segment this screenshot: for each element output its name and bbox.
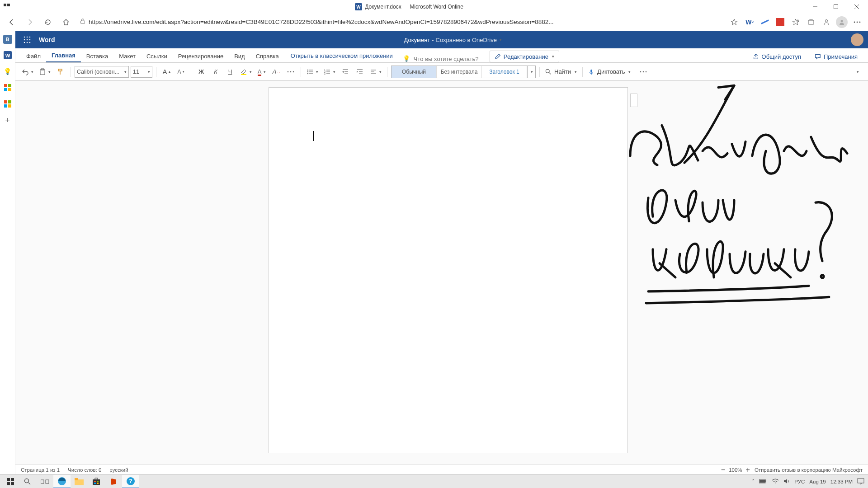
open-in-desktop-button[interactable]: Открыть в классическом приложении: [284, 49, 399, 62]
collections-button[interactable]: [804, 15, 818, 29]
share-button[interactable]: Общий доступ: [748, 51, 806, 62]
window-maximize-button[interactable]: [826, 0, 846, 13]
document-canvas[interactable]: [15, 81, 868, 465]
svg-point-13: [841, 20, 843, 22]
tab-references[interactable]: Ссылки: [141, 50, 173, 62]
underline-button[interactable]: Ч: [224, 66, 236, 78]
profile-button[interactable]: [835, 15, 849, 29]
increase-font-button[interactable]: A▴: [160, 66, 173, 78]
more-font-button[interactable]: [284, 66, 297, 78]
extension-person-icon[interactable]: [819, 15, 834, 29]
back-button[interactable]: [4, 15, 20, 29]
font-size-select[interactable]: 11▾: [131, 66, 152, 78]
tray-notifications-button[interactable]: [857, 478, 864, 485]
save-state[interactable]: Сохранено в OneDrive: [436, 37, 497, 43]
font-name-select[interactable]: Calibri (основн...▾: [75, 66, 129, 78]
task-view-button[interactable]: [36, 475, 53, 488]
tell-me-input[interactable]: [414, 56, 481, 62]
favorite-button[interactable]: [727, 15, 741, 29]
find-button[interactable]: Найти▾: [543, 66, 579, 78]
undo-button[interactable]: ▾: [20, 66, 35, 78]
more-button[interactable]: [850, 15, 864, 29]
align-button[interactable]: ▾: [368, 66, 383, 78]
ext-red-icon[interactable]: [773, 15, 788, 29]
numbering-button[interactable]: 123▾: [322, 66, 337, 78]
window-minimize-button[interactable]: [805, 0, 826, 13]
style-heading1[interactable]: Заголовок 1: [482, 66, 527, 78]
taskbar-office-icon[interactable]: [105, 475, 122, 488]
bullets-button[interactable]: ▾: [305, 66, 320, 78]
save-state-caret-icon[interactable]: ▾: [500, 38, 502, 42]
tray-wifi-icon[interactable]: [772, 479, 779, 485]
tab-insert[interactable]: Вставка: [81, 50, 113, 62]
svg-rect-80: [93, 479, 100, 485]
ext-w2-icon[interactable]: W2: [742, 15, 757, 29]
zoom-in-button[interactable]: +: [746, 466, 750, 474]
style-normal[interactable]: Обычный: [392, 66, 437, 78]
start-button[interactable]: [2, 475, 19, 488]
taskbar-search-button[interactable]: [19, 475, 36, 488]
status-lang[interactable]: русский: [109, 467, 128, 473]
svg-rect-5: [834, 5, 838, 9]
font-color-button[interactable]: A▾: [255, 66, 268, 78]
ext-pen-icon[interactable]: [758, 15, 772, 29]
user-avatar[interactable]: [851, 33, 863, 46]
tab-review[interactable]: Рецензирование: [173, 50, 229, 62]
bold-button[interactable]: Ж: [195, 66, 208, 78]
taskbar-explorer-icon[interactable]: [71, 475, 88, 488]
tab-help[interactable]: Справка: [250, 50, 284, 62]
tray-date[interactable]: Aug 19: [809, 479, 826, 484]
svg-rect-81: [94, 481, 96, 482]
paste-button[interactable]: ▾: [37, 66, 52, 78]
zoom-level[interactable]: 100%: [729, 467, 742, 473]
increase-indent-button[interactable]: [354, 66, 366, 78]
favorites-star-button[interactable]: [788, 15, 803, 29]
status-words[interactable]: Число слов: 0: [68, 467, 101, 473]
vk-icon[interactable]: B: [3, 35, 12, 44]
format-painter-button[interactable]: [54, 66, 67, 78]
status-page[interactable]: Страница 1 из 1: [21, 467, 60, 473]
taskbar-edge-icon[interactable]: [53, 475, 71, 488]
refresh-button[interactable]: [40, 15, 56, 29]
comments-button[interactable]: Примечания: [810, 51, 863, 62]
clear-format-button[interactable]: A⎵: [270, 66, 283, 78]
taskbar-help-icon[interactable]: ?: [122, 475, 139, 488]
address-bar[interactable]: https://onedrive.live.com/edit.aspx?acti…: [76, 16, 725, 28]
microsoft-icon-2[interactable]: [3, 99, 13, 109]
microsoft-icon[interactable]: [3, 83, 13, 93]
collapse-ribbon-button[interactable]: ▾: [851, 66, 863, 78]
tab-home[interactable]: Главная: [46, 49, 81, 62]
tray-time[interactable]: 12:33 PM: [830, 479, 853, 484]
window-close-button[interactable]: [846, 0, 867, 13]
dictate-button[interactable]: Диктовать▾: [586, 66, 632, 78]
doc-name[interactable]: Документ: [404, 37, 430, 43]
tell-me-search[interactable]: 💡: [399, 55, 485, 62]
tab-actions-icon[interactable]: [0, 3, 14, 10]
decrease-indent-button[interactable]: [339, 66, 352, 78]
tray-overflow-button[interactable]: ˄: [752, 479, 755, 485]
tab-file[interactable]: Файл: [21, 50, 46, 62]
svg-rect-71: [7, 482, 10, 485]
styles-more-button[interactable]: ▾: [527, 66, 535, 78]
highlight-button[interactable]: ▾: [238, 66, 254, 78]
app-launcher-button[interactable]: [20, 33, 34, 47]
styles-gallery[interactable]: Обычный Без интервала Заголовок 1 ▾: [391, 66, 536, 78]
document-page[interactable]: [269, 87, 628, 453]
feedback-link[interactable]: Отправить отзыв в корпорацию Майкрософт: [755, 467, 863, 473]
tray-sound-icon[interactable]: [783, 478, 790, 485]
tray-lang[interactable]: РУС: [794, 479, 805, 484]
style-no-spacing[interactable]: Без интервала: [437, 66, 482, 78]
decrease-font-button[interactable]: A▾: [175, 66, 187, 78]
editing-mode-button[interactable]: Редактирование ▾: [490, 51, 559, 62]
more-commands-button[interactable]: [637, 66, 650, 78]
home-button[interactable]: [58, 15, 74, 29]
tab-layout[interactable]: Макет: [113, 50, 141, 62]
add-tab-icon[interactable]: +: [3, 115, 13, 125]
italic-button[interactable]: К: [209, 66, 222, 78]
word-doc-icon[interactable]: W: [3, 50, 13, 60]
tray-battery-icon[interactable]: [759, 479, 767, 484]
tab-view[interactable]: Вид: [229, 50, 250, 62]
taskbar-store-icon[interactable]: [88, 475, 105, 488]
idea-icon[interactable]: 💡: [3, 66, 13, 76]
zoom-out-button[interactable]: −: [721, 466, 725, 474]
